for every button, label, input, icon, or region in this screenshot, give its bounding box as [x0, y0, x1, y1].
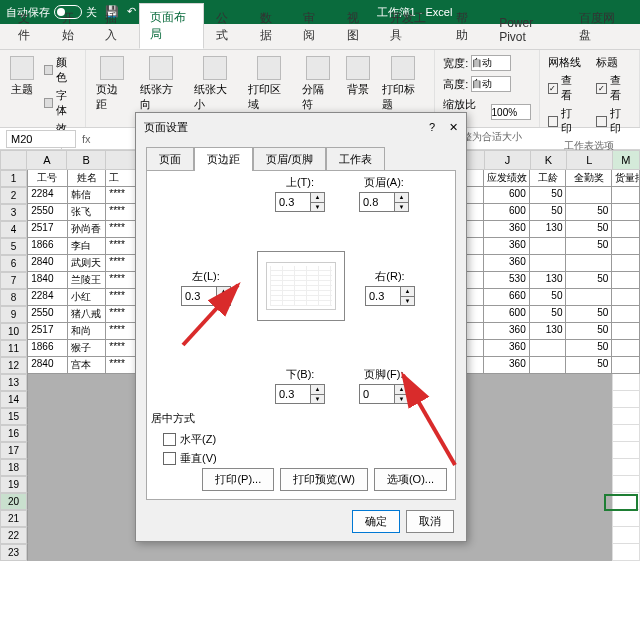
- cell[interactable]: [530, 510, 567, 527]
- cell[interactable]: 360: [484, 255, 530, 272]
- cell[interactable]: [612, 527, 640, 544]
- cell[interactable]: 130: [530, 221, 567, 238]
- cell[interactable]: [68, 493, 107, 510]
- cell[interactable]: [27, 425, 67, 442]
- cell[interactable]: 50: [566, 340, 612, 357]
- horiz-checkbox[interactable]: [163, 433, 176, 446]
- cell[interactable]: [484, 459, 530, 476]
- cell[interactable]: [484, 527, 530, 544]
- row-header[interactable]: 1: [0, 170, 27, 187]
- cell[interactable]: 姓名: [68, 170, 107, 187]
- tab-pagelayout[interactable]: 页面布局: [139, 3, 204, 49]
- fx-icon[interactable]: fx: [82, 133, 91, 145]
- cell[interactable]: [68, 425, 107, 442]
- cell[interactable]: [484, 544, 530, 561]
- cell[interactable]: [612, 510, 640, 527]
- cell[interactable]: 130: [530, 272, 567, 289]
- left-spinner[interactable]: ▲▼: [217, 286, 231, 306]
- cell[interactable]: 宫本: [68, 357, 107, 374]
- cell[interactable]: [484, 425, 530, 442]
- cell[interactable]: 50: [566, 204, 612, 221]
- cell[interactable]: 工龄: [530, 170, 567, 187]
- cell[interactable]: 50: [566, 272, 612, 289]
- row-header[interactable]: 14: [0, 391, 27, 408]
- cell[interactable]: [530, 391, 567, 408]
- cell[interactable]: [484, 408, 530, 425]
- cell[interactable]: [484, 374, 530, 391]
- cell[interactable]: 600: [484, 204, 530, 221]
- cell[interactable]: 兰陵王: [68, 272, 107, 289]
- cell[interactable]: [612, 340, 640, 357]
- cell[interactable]: [612, 272, 640, 289]
- cell[interactable]: [612, 408, 640, 425]
- cell[interactable]: [612, 391, 640, 408]
- cell[interactable]: [566, 442, 612, 459]
- scale-input[interactable]: [491, 104, 531, 120]
- themes-button[interactable]: 主题: [6, 54, 38, 99]
- cell[interactable]: 130: [530, 323, 567, 340]
- row-header[interactable]: 11: [0, 340, 27, 357]
- tab-baidu[interactable]: 百度网盘: [569, 5, 632, 49]
- row-header[interactable]: 18: [0, 459, 27, 476]
- cell[interactable]: [530, 255, 567, 272]
- cell[interactable]: [530, 357, 567, 374]
- cell[interactable]: 2550: [27, 204, 67, 221]
- cell[interactable]: 全勤奖: [566, 170, 612, 187]
- row-header[interactable]: 7: [0, 272, 27, 289]
- cell[interactable]: 660: [484, 289, 530, 306]
- cell[interactable]: 韩信: [68, 187, 107, 204]
- cell[interactable]: 2550: [27, 306, 67, 323]
- grid-view-checkbox[interactable]: [548, 83, 559, 94]
- cell[interactable]: 应发绩效: [484, 170, 530, 187]
- cell[interactable]: [27, 493, 67, 510]
- height-select[interactable]: [471, 76, 511, 92]
- row-header[interactable]: 13: [0, 374, 27, 391]
- col-K[interactable]: K: [531, 150, 567, 170]
- cell[interactable]: [566, 493, 612, 510]
- bottom-spinner[interactable]: ▲▼: [311, 384, 325, 404]
- cancel-button[interactable]: 取消: [406, 510, 454, 533]
- cell[interactable]: 货量排: [612, 170, 640, 187]
- cell[interactable]: [27, 527, 67, 544]
- cell[interactable]: 360: [484, 238, 530, 255]
- tab-review[interactable]: 审阅: [293, 5, 335, 49]
- cell[interactable]: 50: [530, 204, 567, 221]
- bottom-input[interactable]: [275, 384, 311, 404]
- cell[interactable]: [530, 442, 567, 459]
- footer-spinner[interactable]: ▲▼: [395, 384, 409, 404]
- close-icon[interactable]: ✕: [449, 121, 458, 134]
- name-box[interactable]: [6, 130, 76, 148]
- tab-file[interactable]: 文件: [8, 5, 50, 49]
- cell[interactable]: [566, 391, 612, 408]
- cell[interactable]: [612, 459, 640, 476]
- cell[interactable]: 猪八戒: [68, 306, 107, 323]
- cell[interactable]: [68, 527, 107, 544]
- cell[interactable]: [27, 408, 67, 425]
- cell[interactable]: 李白: [68, 238, 107, 255]
- cell[interactable]: [530, 476, 567, 493]
- cell[interactable]: [566, 374, 612, 391]
- col-B[interactable]: B: [67, 150, 105, 170]
- cell[interactable]: 1866: [27, 238, 67, 255]
- preview-button[interactable]: 打印预览(W): [280, 468, 368, 491]
- cell[interactable]: [612, 476, 640, 493]
- row-header[interactable]: 21: [0, 510, 27, 527]
- tab-developer[interactable]: 开发工具: [380, 5, 443, 49]
- cell[interactable]: 50: [566, 221, 612, 238]
- background-button[interactable]: 背景: [342, 54, 374, 99]
- cell[interactable]: [612, 187, 640, 204]
- cell[interactable]: [106, 544, 483, 561]
- cell[interactable]: [612, 289, 640, 306]
- cell[interactable]: [530, 340, 567, 357]
- cell[interactable]: [68, 442, 107, 459]
- col-A[interactable]: A: [27, 150, 67, 170]
- cell[interactable]: 和尚: [68, 323, 107, 340]
- tab-help[interactable]: 帮助: [446, 5, 488, 49]
- cell[interactable]: [68, 374, 107, 391]
- dlgtab-headerfooter[interactable]: 页眉/页脚: [253, 147, 326, 171]
- cell[interactable]: 2284: [27, 187, 67, 204]
- footer-input[interactable]: [359, 384, 395, 404]
- cell[interactable]: [484, 391, 530, 408]
- row-header[interactable]: 3: [0, 204, 27, 221]
- cell[interactable]: [530, 374, 567, 391]
